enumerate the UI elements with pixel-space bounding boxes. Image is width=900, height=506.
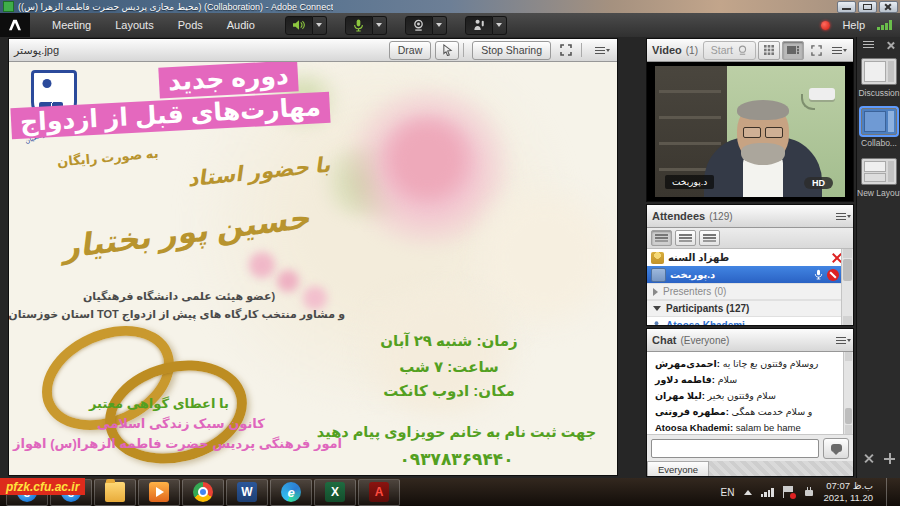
webcam-blocked-icon — [827, 269, 839, 281]
status-dropdown[interactable] — [493, 16, 507, 35]
layout-thumb-collaboration-selected[interactable] — [861, 108, 897, 135]
maximize-button[interactable] — [858, 1, 877, 13]
recording-indicator-icon — [821, 21, 830, 30]
chat-scrollbar[interactable] — [843, 352, 853, 434]
filmstrip-view-icon — [787, 45, 799, 55]
presenters-group-label: Presenters (0) — [663, 286, 726, 297]
draw-button[interactable]: Draw — [389, 41, 432, 60]
microphone-dropdown[interactable] — [373, 16, 387, 35]
help-menu[interactable]: Help — [842, 19, 865, 31]
file-explorer-icon — [105, 482, 125, 502]
microphone-button[interactable] — [345, 16, 373, 35]
chat-separator: : — [730, 422, 733, 433]
layout-thumb-discussion[interactable] — [861, 58, 897, 85]
wall-lamp — [809, 88, 835, 100]
power-plug-icon[interactable] — [803, 487, 815, 498]
webcam-button[interactable] — [405, 16, 433, 35]
pod-menu-icon[interactable] — [836, 336, 848, 345]
layout-menu-icon[interactable] — [863, 41, 874, 49]
add-layout-icon[interactable] — [884, 453, 895, 464]
acrobat-icon: A — [369, 482, 389, 502]
chat-separator: : — [712, 374, 715, 385]
show-desktop-button[interactable] — [886, 478, 892, 506]
pod-menu-icon — [832, 46, 844, 55]
language-indicator[interactable]: EN — [721, 487, 735, 498]
connection-signal-icon — [877, 20, 892, 30]
webcam-dropdown[interactable] — [433, 16, 447, 35]
close-button[interactable] — [879, 1, 898, 13]
pod-menu-icon[interactable] — [836, 212, 848, 221]
taskbar-edge[interactable]: e — [270, 479, 312, 506]
chat-sender-name: فاطمه دلاور — [655, 374, 712, 385]
minimize-button[interactable] — [837, 1, 856, 13]
menu-audio[interactable]: Audio — [215, 13, 267, 37]
presenters-group-row[interactable]: Presenters (0) — [647, 283, 853, 300]
video-fullscreen-icon — [811, 45, 822, 56]
speaker-dropdown[interactable] — [313, 16, 327, 35]
taskbar-acrobat[interactable]: A — [358, 479, 400, 506]
video-count: (1) — [686, 45, 698, 56]
video-pod-menu-button[interactable] — [828, 42, 848, 59]
attendee-list-view-button[interactable] — [651, 230, 672, 246]
video-fullscreen-button[interactable] — [806, 42, 826, 59]
speech-bubble-icon — [831, 444, 842, 452]
menu-layouts[interactable]: Layouts — [103, 13, 166, 37]
chat-message: سلام :فاطمه دلاور — [655, 374, 845, 385]
action-center-flag-icon[interactable] — [783, 486, 794, 498]
taskbar-chrome[interactable] — [182, 479, 224, 506]
pod-menu-icon — [595, 46, 607, 55]
attendee-row-participant[interactable]: Atoosa Khademi — [647, 317, 853, 325]
poster-free-label: به صورت رایگان — [57, 146, 160, 170]
attendees-toolbar — [647, 228, 853, 249]
share-pod: پوستر.jpg Draw Stop Sharing — [8, 38, 618, 476]
tray-expand-icon[interactable] — [744, 490, 752, 495]
poster-register: جهت ثبت نام به خانم حویزاوی پیام دهید — [309, 424, 604, 440]
raise-hand-status-button[interactable] — [465, 16, 493, 35]
taskbar-media-player[interactable] — [138, 479, 180, 506]
taskbar-word[interactable]: W — [226, 479, 268, 506]
filmstrip-view-button[interactable] — [782, 41, 804, 60]
participants-group-row[interactable]: Participants (127) — [647, 300, 853, 317]
start-webcam-button[interactable]: Start — [703, 41, 756, 60]
menu-pods[interactable]: Pods — [166, 13, 215, 37]
chat-message-text: روسلام وقتتون بع چاتا یه — [723, 358, 819, 369]
pointer-button[interactable] — [435, 41, 459, 60]
delete-layout-icon[interactable] — [863, 453, 874, 464]
chat-input[interactable] — [651, 439, 819, 458]
taskbar-clock[interactable]: 07:07 ب.ظ 2021, 11.20 — [824, 480, 873, 504]
stop-sharing-button[interactable]: Stop Sharing — [472, 41, 551, 60]
menu-meeting[interactable]: Meeting — [40, 13, 103, 37]
taskbar-excel[interactable]: X — [314, 479, 356, 506]
network-signal-icon[interactable] — [761, 488, 774, 497]
rose-core-blob — [377, 114, 477, 206]
chat-messages: روسلام وقتتون بع چاتا یه :احمدی‌مهرش سلا… — [647, 352, 853, 434]
layout-close-icon[interactable] — [886, 41, 895, 50]
attendees-scrollbar[interactable] — [841, 249, 853, 325]
speaker-button[interactable] — [285, 16, 313, 35]
poster-hour: ساعت: ۷ شب — [329, 358, 569, 376]
grid-view-button[interactable] — [758, 41, 780, 60]
taskbar-file-explorer[interactable] — [94, 479, 136, 506]
layout-thumb-new-layout[interactable] — [861, 158, 897, 185]
attendee-row-host[interactable]: طهزاد السنه — [647, 249, 853, 266]
tab-everyone[interactable]: Everyone — [647, 461, 709, 476]
media-player-icon — [149, 482, 169, 502]
chat-message-text: سلام وقتتون بخیر — [708, 390, 776, 401]
expanded-arrow-icon — [653, 306, 661, 311]
start-webcam-label: Start — [711, 44, 733, 56]
video-pod-header: Video (1) Start — [647, 39, 853, 62]
webcam-icon — [412, 19, 425, 31]
chat-message-text: سلام — [718, 374, 738, 385]
video-feed: د.پوربخت HD — [647, 62, 853, 201]
attendee-status-view-button[interactable] — [699, 230, 720, 246]
fullscreen-button[interactable] — [555, 42, 577, 59]
chat-message: روسلام وقتتون بع چاتا یه :احمدی‌مهرش — [655, 358, 845, 369]
attendee-grid-view-button[interactable] — [675, 230, 696, 246]
send-message-button[interactable] — [823, 438, 849, 459]
share-pod-menu-button[interactable] — [590, 42, 612, 59]
attendee-name: Atoosa Khademi — [666, 320, 745, 325]
attendees-pod: Attendees (129) طهزاد السنه د.پوربخ — [646, 204, 854, 326]
attendee-row-presenter-selected[interactable]: د.پوربخت — [647, 266, 853, 283]
presenter-role-icon — [651, 268, 666, 282]
shared-filename: پوستر.jpg — [14, 44, 59, 57]
